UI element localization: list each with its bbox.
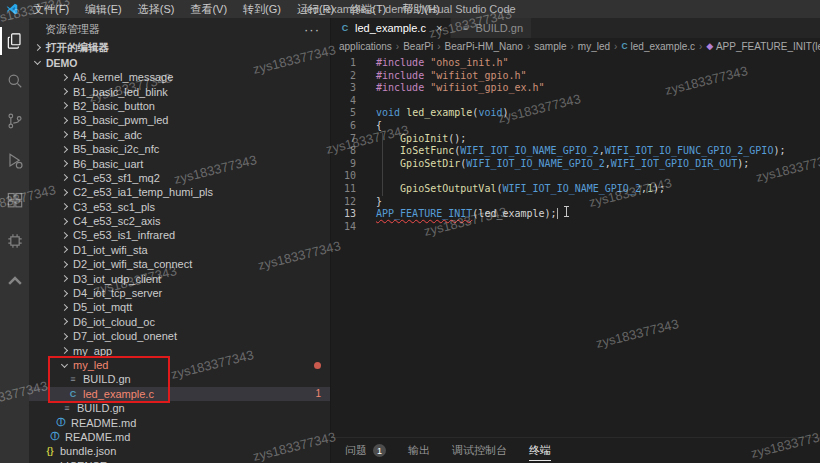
tree-item-b3-basic-pwm-led[interactable]: B3_basic_pwm_led (29, 113, 330, 127)
activity-extensions-icon[interactable] (0, 181, 29, 221)
tab-led-example-c[interactable]: Cled_example.c× (331, 18, 451, 38)
code-text: #include "wifiiot_gpio.h" (376, 70, 527, 83)
tree-item-c1-e53-sf1-mq2[interactable]: C1_e53_sf1_mq2 (29, 171, 330, 185)
activity-device-chip-icon[interactable] (0, 221, 29, 261)
c-file-icon: C (621, 41, 627, 51)
chevron-right-icon (61, 74, 68, 81)
line-number: 12 (331, 196, 356, 209)
breadcrumb-item[interactable]: ›BearPi (392, 41, 433, 52)
breadcrumb-label: sample (534, 41, 566, 52)
panel-tab-调试控制台[interactable]: 调试控制台 (452, 438, 507, 463)
panel-tab-label: 调试控制台 (452, 443, 507, 458)
breadcrumb-item[interactable]: ›my_led (566, 41, 610, 52)
tree-item-c3-e53-sc1-pls[interactable]: C3_e53_sc1_pls (29, 200, 330, 214)
tree-item-led-example-c[interactable]: Cled_example.c1 (29, 387, 330, 401)
breadcrumb-item[interactable]: ›◆APP_FEATURE_INIT(led_example) (695, 41, 820, 52)
tree-item-b1-basic-led-blink[interactable]: B1_basic_led_blink (29, 84, 330, 98)
tree-item-readme-md[interactable]: ⓘREADME.md (29, 415, 330, 429)
code-text: } (376, 196, 382, 209)
code-text: void led_example(void) (376, 107, 509, 120)
project-section-demo[interactable]: DEMO (29, 55, 330, 70)
code-editor[interactable]: 1#include "ohos_init.h"2#include "wifiio… (331, 54, 820, 437)
panel-tab-终端[interactable]: 终端 (529, 438, 551, 463)
tree-item-b6-basic-uart[interactable]: B6_basic_uart (29, 156, 330, 170)
tree-item-c4-e53-sc2-axis[interactable]: C4_e53_sc2_axis (29, 214, 330, 228)
extensions-icon (5, 191, 25, 211)
bottom-panel-tab-bar: 问题1输出调试控制台终端 (331, 437, 820, 463)
tree-item-readme-md[interactable]: ⓘREADME.md (29, 430, 330, 444)
tab-build-gn[interactable]: ≡BUILD.gn (451, 18, 532, 38)
problem-count-badge: 1 (315, 388, 321, 399)
panel-tab-输出[interactable]: 输出 (408, 438, 430, 463)
chevron-right-icon (61, 189, 68, 196)
activity-run-debug-icon[interactable] (0, 141, 29, 181)
chevron-down-icon (34, 58, 41, 65)
menu-item[interactable]: 终端(T) (342, 0, 394, 19)
sidebar-more-actions-button[interactable]: ··· (304, 22, 320, 37)
breadcrumb-label: led_example.c (631, 41, 695, 52)
panel-tab-label: 终端 (529, 443, 551, 458)
explorer-sidebar: 资源管理器 ··· 打开的编辑器 DEMO A6_kernel_messageB… (29, 18, 330, 463)
breadcrumb-item[interactable]: ›Cled_example.c (610, 41, 695, 52)
tree-item-b5-basic-i2c-nfc[interactable]: B5_basic_i2c_nfc (29, 142, 330, 156)
tree-item-label: C4_e53_sc2_axis (73, 215, 160, 227)
explorer-icon (5, 31, 25, 51)
menu-item[interactable]: 选择(S) (130, 0, 183, 19)
activity-source-control-icon[interactable] (0, 101, 29, 141)
tree-item-b4-basic-adc[interactable]: B4_basic_adc (29, 128, 330, 142)
menu-item[interactable]: 帮助(H) (394, 0, 447, 19)
menu-item[interactable]: 编辑(E) (77, 0, 130, 19)
tab-label: led_example.c (355, 22, 426, 34)
chevron-right-icon (61, 174, 68, 181)
tree-item-label: D2_iot_wifi_sta_connect (73, 258, 192, 270)
breadcrumb-separator-icon: › (570, 41, 573, 52)
menu-item[interactable]: 文件(F) (25, 0, 77, 19)
activity-explorer-icon[interactable] (0, 21, 29, 61)
tree-item-d5-iot-mqtt[interactable]: D5_iot_mqtt (29, 300, 330, 314)
open-editors-section[interactable]: 打开的编辑器 (29, 40, 330, 55)
tree-item-label: B2_basic_button (73, 100, 155, 112)
tree-item-d7-iot-cloud-onenet[interactable]: D7_iot_cloud_onenet (29, 329, 330, 343)
code-line: 7 GpioInit(); (331, 133, 820, 146)
chevron-right-icon (61, 146, 68, 153)
tree-item-c2-e53-ia1-temp-humi-pls[interactable]: C2_e53_ia1_temp_humi_pls (29, 185, 330, 199)
gn-file-icon: ≡ (61, 403, 73, 413)
tree-item-bundle-json[interactable]: {}bundle.json (29, 444, 330, 458)
menu-item[interactable]: 查看(V) (182, 0, 235, 19)
tree-item-label: A6_kernel_message (73, 71, 173, 83)
tree-item-build-gn[interactable]: ≡BUILD.gn (29, 401, 330, 415)
activity-arrow-up-icon[interactable] (0, 261, 29, 301)
tree-item-build-gn[interactable]: ≡BUILD.gn (29, 372, 330, 386)
tree-item-my-app[interactable]: my_app (29, 343, 330, 357)
breadcrumb-item[interactable]: applications (339, 41, 392, 52)
search-icon (5, 71, 25, 91)
tree-item-label: B5_basic_i2c_nfc (73, 143, 159, 155)
tree-item-d1-iot-wifi-sta[interactable]: D1_iot_wifi_sta (29, 243, 330, 257)
menu-item[interactable]: 转到(G) (235, 0, 289, 19)
open-editors-label: 打开的编辑器 (46, 41, 109, 55)
breadcrumb-item[interactable]: ›BearPi-HM_Nano (433, 41, 523, 52)
tree-item-a6-kernel-message[interactable]: A6_kernel_message (29, 70, 330, 84)
close-icon[interactable]: × (436, 22, 442, 34)
tree-item-d6-iot-cloud-oc[interactable]: D6_iot_cloud_oc (29, 315, 330, 329)
chevron-right-icon (61, 131, 68, 138)
code-line: 4 (331, 95, 820, 108)
tree-item-d2-iot-wifi-sta-connect[interactable]: D2_iot_wifi_sta_connect (29, 257, 330, 271)
tree-item-label: D4_iot_tcp_server (73, 287, 162, 299)
mouse-ibeam-cursor (563, 206, 570, 217)
line-number: 3 (331, 82, 356, 95)
tree-item-my-led[interactable]: my_led (29, 358, 330, 372)
activity-search-icon[interactable] (0, 61, 29, 101)
breadcrumb-label: my_led (578, 41, 610, 52)
tree-item-license[interactable]: ▤LICENSE (29, 459, 330, 463)
tree-item-d3-iot-udp-client[interactable]: D3_iot_udp_client (29, 271, 330, 285)
panel-tab-问题[interactable]: 问题1 (345, 438, 386, 463)
tree-item-b2-basic-button[interactable]: B2_basic_button (29, 99, 330, 113)
symbol-method-icon: ◆ (706, 41, 713, 51)
menu-item[interactable]: 运行(R) (289, 0, 342, 19)
breadcrumb-item[interactable]: ›sample (523, 41, 567, 52)
tree-item-label: C1_e53_sf1_mq2 (73, 172, 160, 184)
tree-item-c5-e53-is1-infrared[interactable]: C5_e53_is1_infrared (29, 228, 330, 242)
editor-tab-bar: Cled_example.c×≡BUILD.gn (331, 18, 820, 38)
tree-item-d4-iot-tcp-server[interactable]: D4_iot_tcp_server (29, 286, 330, 300)
